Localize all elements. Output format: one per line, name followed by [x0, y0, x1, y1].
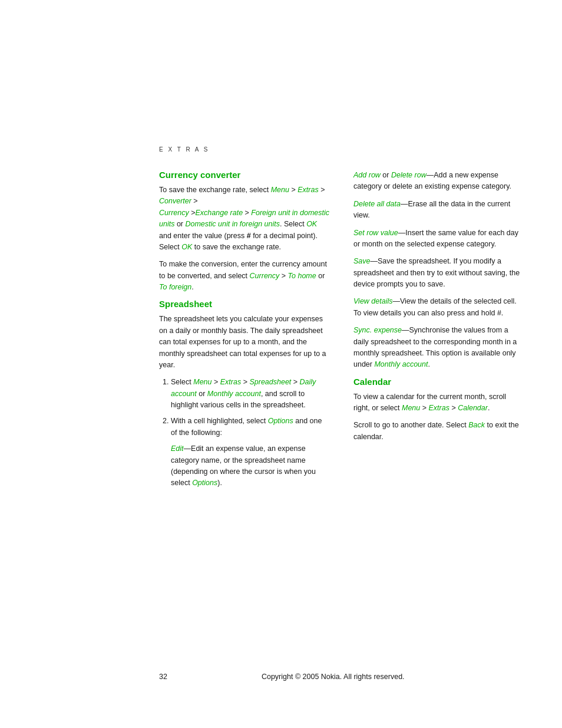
add-row-item: Add row or Delete row—Add a new expense … [353, 170, 524, 193]
spreadsheet-options-section: Add row or Delete row—Add a new expense … [353, 170, 524, 371]
currency-converter-para2: To make the conversion, enter the curren… [159, 259, 330, 293]
currency-converter-section: Currency converter To save the exchange … [159, 170, 330, 293]
left-column: Currency converter To save the exchange … [159, 170, 330, 494]
spreadsheet-section: Spreadsheet The spreadsheet lets you cal… [159, 299, 330, 489]
set-row-value-item: Set row value—Insert the same value for … [353, 228, 524, 251]
currency-converter-title: Currency converter [159, 170, 330, 180]
save-item: Save—Save the spreadsheet. If you modify… [353, 256, 524, 290]
calendar-para2: Scroll to go to another date. Select Bac… [353, 420, 524, 443]
sync-expense-item: Sync. expense—Synchronise the values fro… [353, 325, 524, 371]
page-number: 32 [159, 673, 167, 681]
two-column-layout: Currency converter To save the exchange … [159, 170, 548, 494]
calendar-title: Calendar [353, 377, 524, 387]
extras-label: E x t r a s [159, 146, 209, 153]
header-section: E x t r a s [159, 146, 209, 163]
step-1: Select Menu > Extras > Spreadsheet > Dai… [171, 377, 330, 411]
spreadsheet-title: Spreadsheet [159, 299, 330, 309]
copyright: Copyright © 2005 Nokia. All rights reser… [262, 673, 405, 681]
footer: 32 Copyright © 2005 Nokia. All rights re… [159, 673, 562, 681]
delete-all-item: Delete all data—Erase all the data in th… [353, 199, 524, 222]
right-column: Add row or Delete row—Add a new expense … [353, 170, 524, 494]
page: E x t r a s Currency converter To save t… [0, 0, 562, 728]
view-details-item: View details—View the details of the sel… [353, 296, 524, 319]
spreadsheet-steps: Select Menu > Extras > Spreadsheet > Dai… [159, 377, 330, 489]
spreadsheet-intro: The spreadsheet lets you calculate your … [159, 314, 330, 371]
currency-converter-para1: To save the exchange rate, select Menu >… [159, 185, 330, 253]
calendar-para1: To view a calendar for the current month… [353, 391, 524, 414]
edit-item: Edit—Edit an expense value, an expense c… [171, 443, 330, 489]
step-2: With a cell highlighted, select Options … [171, 416, 330, 489]
calendar-section: Calendar To view a calendar for the curr… [353, 377, 524, 443]
